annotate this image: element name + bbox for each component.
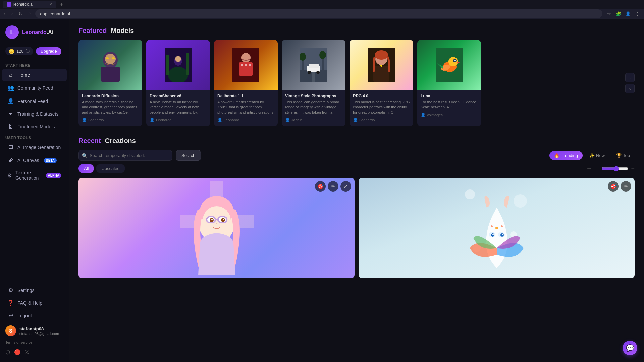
sidebar-item-settings[interactable]: ⚙ Settings — [2, 284, 67, 296]
svg-rect-19 — [312, 70, 315, 82]
author-icon: 👤 — [150, 118, 155, 122]
svg-point-54 — [465, 189, 475, 199]
author-name: Jachin — [291, 118, 302, 122]
sidebar-item-training[interactable]: 🗄 Training & Datasets — [2, 108, 67, 120]
model-desc: A powerful model created by XpucT that i… — [217, 100, 274, 115]
svg-point-38 — [454, 60, 456, 61]
sort-trending-tab[interactable]: 🔥 Trending — [549, 151, 583, 160]
chat-icon: 💬 — [626, 344, 634, 352]
carousel-prev-btn[interactable]: ‹ — [625, 84, 635, 93]
sidebar-item-texture[interactable]: ⚙ Texture Generation ALPHA — [2, 167, 67, 184]
model-image-dreamshaper — [146, 40, 210, 90]
image-1-model-btn[interactable]: 🎯 — [315, 181, 326, 192]
menu-icon[interactable]: ⋮ — [633, 10, 641, 18]
model-card-deliberate[interactable]: Deliberate 1.1 A powerful model created … — [214, 40, 278, 126]
forward-button[interactable]: › — [10, 9, 14, 18]
info-icon[interactable]: ⓘ — [26, 48, 30, 54]
profile-icon[interactable]: 👤 — [624, 10, 632, 18]
svg-point-36 — [448, 57, 458, 66]
zoom-slider[interactable] — [601, 166, 628, 171]
sidebar-item-personal-feed[interactable]: 👤 Personal Feed — [2, 95, 67, 107]
images-grid: 🎯 ✏ ⤢ — [78, 178, 635, 278]
chat-bubble[interactable]: 💬 — [623, 341, 637, 355]
address-bar[interactable] — [35, 9, 602, 18]
model-desc: A model with incredible shading and cont… — [82, 100, 139, 115]
svg-point-31 — [375, 50, 388, 60]
sidebar-item-finetuned[interactable]: 🎛 Finetuned Models — [2, 121, 67, 133]
texture-icon: ⚙ — [7, 172, 12, 179]
faq-icon: ❓ — [7, 300, 14, 306]
author-name: Leonardo — [224, 118, 239, 122]
sidebar-item-community-feed[interactable]: 👥 Community Feed — [2, 82, 67, 94]
discord-icon[interactable]: ⬡ — [5, 349, 10, 355]
svg-point-50 — [223, 219, 224, 220]
active-tab[interactable]: leonardo.ai ✕ — [3, 1, 56, 8]
star-icon[interactable]: ☆ — [605, 10, 613, 18]
carousel-nav: › ‹ — [625, 73, 635, 93]
tab-favicon — [7, 2, 11, 7]
featured-models-title: Featured Models — [78, 27, 635, 35]
author-icon: 👤 — [421, 113, 426, 117]
tab-label: leonardo.ai — [13, 2, 33, 7]
user-name: stefanstp08 — [19, 326, 59, 331]
carousel-next-btn[interactable]: › — [625, 73, 635, 82]
add-view-btn[interactable]: + — [631, 165, 635, 172]
model-card-vintage[interactable]: Vintage Style Photography This model can… — [282, 40, 345, 126]
sidebar-item-faq-label: FAQ & Help — [17, 300, 42, 306]
upgrade-button[interactable]: Upgrade — [36, 47, 62, 55]
search-input[interactable] — [78, 150, 172, 161]
model-desc: This model can generate a broad range of… — [285, 100, 342, 115]
author-name: Leonardo — [156, 118, 172, 122]
search-row: 🔍 Search 🔥 Trending ✨ New 🏆 Top — [78, 150, 635, 161]
sidebar-item-ai-image[interactable]: 🖼 AI Image Generation — [2, 141, 67, 154]
sidebar-item-ai-canvas[interactable]: 🖌 AI Canvas BETA — [2, 154, 67, 166]
sort-top-tab[interactable]: 🏆 Top — [611, 151, 635, 160]
sidebar-item-logout-label: Logout — [17, 313, 32, 318]
model-author: 👤 Jachin — [285, 118, 342, 122]
home-icon: ⌂ — [7, 72, 14, 78]
sidebar-item-logout[interactable]: ↩ Logout — [2, 309, 67, 322]
list-view-btn[interactable]: ☰ — [587, 166, 591, 171]
image-1-edit-btn[interactable]: ✏ — [328, 181, 338, 192]
terms-link[interactable]: Terms of service — [0, 340, 69, 347]
settings-icon: ⚙ — [7, 287, 14, 293]
model-author: 👤 voimages — [421, 113, 478, 117]
model-card-rpg[interactable]: RPG 4.0 This model is best at creating R… — [350, 40, 413, 126]
sidebar-item-faq[interactable]: ❓ FAQ & Help — [2, 297, 67, 309]
model-card-luna[interactable]: Luna For the best result keep Guidance S… — [417, 40, 481, 126]
svg-point-55 — [514, 194, 527, 208]
new-tab-button[interactable]: + — [58, 0, 66, 8]
back-button[interactable]: ‹ — [3, 9, 7, 18]
sort-top-label: Top — [623, 153, 630, 158]
image-1-actions: 🎯 ✏ ⤢ — [315, 181, 351, 192]
model-card-leonardo-diffusion[interactable]: Leonardo Diffusion A model with incredib… — [78, 40, 142, 126]
filter-all-tab[interactable]: All — [78, 164, 94, 173]
model-card-dreamshaper[interactable]: DreamShaper v6 A new update to an incred… — [146, 40, 210, 126]
finetuned-icon: 🎛 — [7, 124, 14, 130]
sidebar-logo: L Leonardo.Ai — [0, 19, 69, 44]
search-icon: 🔍 — [82, 153, 88, 158]
user-profile[interactable]: S stefanstp08 stefanstp08@gmail.com — [0, 322, 69, 340]
extensions-icon[interactable]: 🧩 — [614, 10, 623, 18]
model-desc: This model is best at creating RPG chara… — [353, 100, 410, 115]
filter-upscaled-tab[interactable]: Upscaled — [96, 164, 125, 173]
tab-close-btn[interactable]: ✕ — [49, 2, 52, 7]
svg-point-64 — [495, 227, 498, 229]
svg-point-23 — [319, 51, 326, 59]
sort-new-tab[interactable]: ✨ New — [585, 151, 609, 160]
reddit-icon[interactable]: 🔴 — [14, 349, 21, 355]
svg-rect-8 — [186, 53, 189, 75]
reload-button[interactable]: ↻ — [17, 9, 24, 18]
image-2-edit-btn[interactable]: ✏ — [621, 181, 631, 192]
sidebar-item-training-label: Training & Datasets — [17, 111, 58, 117]
search-button[interactable]: Search — [176, 150, 201, 161]
model-info-dreamshaper: DreamShaper v6 A new update to an incred… — [146, 90, 210, 126]
image-1-expand-btn[interactable]: ⤢ — [340, 181, 351, 192]
sidebar-item-home[interactable]: ⌂ Home — [2, 69, 67, 81]
zoom-out-btn[interactable]: — — [594, 166, 599, 171]
image-card-2[interactable]: 🎯 ✏ — [359, 178, 635, 278]
image-card-1[interactable]: 🎯 ✏ ⤢ — [78, 178, 355, 278]
home-nav-button[interactable]: ⌂ — [27, 9, 33, 18]
image-2-model-btn[interactable]: 🎯 — [608, 181, 619, 192]
twitter-icon[interactable]: 𝕏 — [25, 349, 29, 355]
